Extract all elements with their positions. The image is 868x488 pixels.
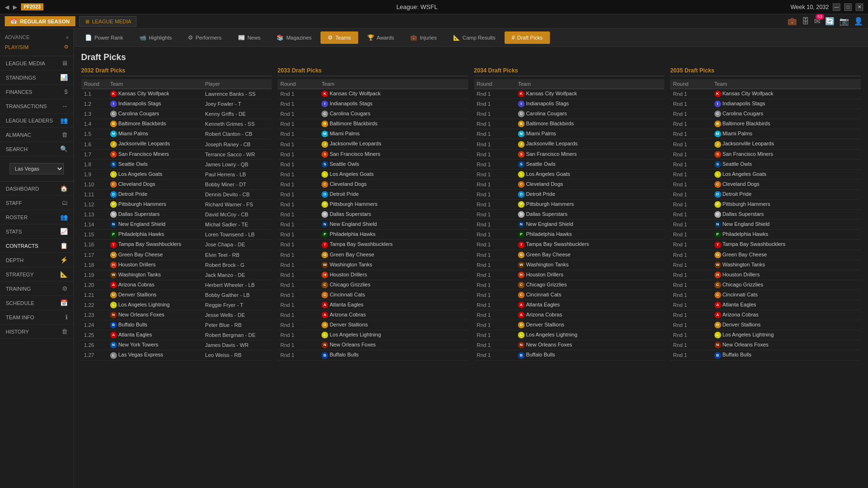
table-row[interactable]: 1.21DDenver StallionsBobby Gaither - LB [81,290,272,300]
table-row[interactable]: Rnd 1HHouston Drillers [278,270,468,280]
table-row[interactable]: 1.15PPhiladelphia HawksLoren Townsend - … [81,230,272,240]
team-selector[interactable]: Las Vegas [10,163,64,174]
table-row[interactable]: Rnd 1NNew England Shield [474,220,665,230]
table-row[interactable]: Rnd 1DDenver Stallions [670,320,861,330]
table-row[interactable]: Rnd 1JJacksonville Leopards [670,139,861,149]
table-row[interactable]: 1.23NNew Orleans FoxesJesse Wells - DE [81,310,272,320]
table-row[interactable]: Rnd 1NNew England Shield [670,220,861,230]
table-row[interactable]: Rnd 1KKansas City Wolfpack [474,89,665,99]
table-row[interactable]: Rnd 1MMiami Palms [670,129,861,139]
table-row[interactable]: 1.26NNew York TowersJames Davis - WR [81,340,272,350]
table-row[interactable]: Rnd 1TTampa Bay Swashbucklers [474,240,665,250]
table-row[interactable]: Rnd 1SSeattle Owls [474,159,665,169]
sidebar-item-league-leaders[interactable]: LEAGUE LEADERS 👥 [0,113,73,128]
table-row[interactable]: Rnd 1NNew Orleans Foxes [278,340,468,350]
table-row[interactable]: Rnd 1BBuffalo Bulls [278,350,468,360]
table-row[interactable]: Rnd 1PPhiladelphia Hawks [278,230,468,240]
table-row[interactable]: Rnd 1GGreen Bay Cheese [670,250,861,260]
table-row[interactable]: Rnd 1LLos Angeles Goats [670,169,861,179]
table-row[interactable]: 1.11DDetroit PrideDennis Devito - CB [81,189,272,199]
database-icon[interactable]: 🗄 [802,17,809,26]
tab-injuries[interactable]: 💼 Injuries [403,31,444,44]
forward-icon[interactable]: ▶ [13,4,17,10]
tab-camp-results[interactable]: 📐 Camp Results [446,31,503,44]
table-row[interactable]: Rnd 1NNew Orleans Foxes [670,340,861,350]
table-row[interactable]: Rnd 1NNew England Shield [278,220,468,230]
table-row[interactable]: Rnd 1KKansas City Wolfpack [670,89,861,99]
table-row[interactable]: Rnd 1LLos Angeles Goats [278,169,468,179]
maximize-button[interactable]: □ [844,3,852,11]
table-row[interactable]: Rnd 1CCleveland Dogs [278,179,468,189]
table-row[interactable]: Rnd 1DDallas Superstars [474,210,665,220]
sidebar-item-depth[interactable]: DEPTH ⚡ [0,253,73,267]
table-row[interactable]: Rnd 1SSeattle Owls [670,159,861,169]
table-row[interactable]: Rnd 1CCincinnati Cats [278,290,468,300]
table-row[interactable]: Rnd 1CCleveland Dogs [474,179,665,189]
table-row[interactable]: Rnd 1JJacksonville Leopards [474,139,665,149]
table-row[interactable]: 1.2IIndianapolis StagsJoey Fowler - T [81,99,272,109]
table-row[interactable]: Rnd 1AAtlanta Eagles [278,300,468,310]
table-row[interactable]: Rnd 1DDetroit Pride [474,189,665,199]
sidebar-item-stats[interactable]: STATS 📈 [0,224,73,239]
back-icon[interactable]: ◀ [5,4,9,10]
table-row[interactable]: Rnd 1LLos Angeles Goats [474,169,665,179]
tab-awards[interactable]: 🏆 Awards [360,31,401,44]
table-row[interactable]: Rnd 1PPhiladelphia Hawks [474,230,665,240]
table-row[interactable]: Rnd 1PPittsburgh Hammers [670,200,861,210]
sidebar-item-training[interactable]: TRAINING ⚙ [0,282,73,296]
table-row[interactable]: 1.12PPittsburgh HammersRichard Warner - … [81,200,272,210]
table-row[interactable]: Rnd 1SSan Francisco Miners [670,149,861,159]
table-row[interactable]: 1.25AAtlanta EaglesRobert Bergman - DE [81,330,272,340]
table-row[interactable]: Rnd 1NNew Orleans Foxes [474,340,665,350]
table-row[interactable]: Rnd 1PPhiladelphia Hawks [670,230,861,240]
table-row[interactable]: 1.9LLos Angeles GoatsPaul Herrera - LB [81,169,272,179]
table-row[interactable]: Rnd 1LLos Angeles Lightning [670,330,861,340]
sidebar-item-roster[interactable]: ROSTER 👥 [0,210,73,224]
table-row[interactable]: Rnd 1WWashington Tanks [670,260,861,270]
sidebar-item-finances[interactable]: FINANCES $ [0,85,73,99]
table-row[interactable]: 1.8SSeattle OwlsJames Lowry - QB [81,159,272,169]
table-row[interactable]: Rnd 1SSan Francisco Miners [474,149,665,159]
table-row[interactable]: 1.7SSan Francisco MinersTerrance Sacco -… [81,149,272,159]
table-row[interactable]: Rnd 1CCincinnati Cats [474,290,665,300]
table-row[interactable]: Rnd 1MMiami Palms [278,129,468,139]
minimize-button[interactable]: — [833,3,840,11]
table-row[interactable]: Rnd 1PPittsburgh Hammers [474,200,665,210]
table-row[interactable]: Rnd 1LLos Angeles Lightning [278,330,468,340]
table-row[interactable]: 1.13DDallas SuperstarsDavid McCoy - CB [81,210,272,220]
table-row[interactable]: Rnd 1BBuffalo Bulls [474,350,665,360]
table-row[interactable]: Rnd 1BBaltimore Blackbirds [474,119,665,129]
table-row[interactable]: Rnd 1CChicago Grizzlies [670,280,861,290]
table-row[interactable]: 1.3CCarolina CougarsKenny Griffs - DE [81,109,272,119]
table-row[interactable]: Rnd 1BBaltimore Blackbirds [670,119,861,129]
table-row[interactable]: Rnd 1DDetroit Pride [670,189,861,199]
table-row[interactable]: 1.5MMiami PalmsRobert Clanton - CB [81,129,272,139]
sidebar-item-strategy[interactable]: STRATEGY 📐 [0,267,73,282]
tab-performers[interactable]: ⚙ Performers [181,31,228,44]
table-row[interactable]: Rnd 1AArizona Cobras [670,310,861,320]
sidebar-item-almanac[interactable]: ALMANAC 🗑 [0,128,73,142]
table-row[interactable]: Rnd 1SSeattle Owls [278,159,468,169]
table-row[interactable]: Rnd 1CCarolina Cougars [278,109,468,119]
table-row[interactable]: Rnd 1KKansas City Wolfpack [278,89,468,99]
season-button[interactable]: 📅 REGULAR SEASON [5,16,75,26]
table-row[interactable]: 1.10CCleveland DogsBobby Miner - DT [81,179,272,189]
table-row[interactable]: Rnd 1HHouston Drillers [474,270,665,280]
refresh-icon[interactable]: 🔄 [825,17,835,26]
table-row[interactable]: Rnd 1CCleveland Dogs [670,179,861,189]
table-row[interactable]: Rnd 1LLos Angeles Lightning [474,330,665,340]
table-row[interactable]: Rnd 1DDenver Stallions [278,320,468,330]
table-row[interactable]: Rnd 1CCarolina Cougars [474,109,665,119]
table-row[interactable]: Rnd 1AAtlanta Eagles [670,300,861,310]
table-row[interactable]: 1.6JJacksonville LeopardsJoseph Raney - … [81,139,272,149]
table-row[interactable]: Rnd 1IIndianapolis Stags [278,99,468,109]
sidebar-item-league-media[interactable]: LEAGUE MEDIA 🖥 [0,56,73,71]
table-row[interactable]: 1.20AArizona CobrasHerbert Wheeler - LB [81,280,272,290]
tab-draft-picks[interactable]: # Draft Picks [505,31,550,44]
table-row[interactable]: Rnd 1IIndianapolis Stags [670,99,861,109]
table-row[interactable]: Rnd 1IIndianapolis Stags [474,99,665,109]
table-row[interactable]: Rnd 1AArizona Cobras [278,310,468,320]
tab-news[interactable]: 📰 News [231,31,268,44]
table-row[interactable]: Rnd 1WWashington Tanks [278,260,468,270]
table-row[interactable]: 1.22LLos Angeles LightningReggie Fryer -… [81,300,272,310]
